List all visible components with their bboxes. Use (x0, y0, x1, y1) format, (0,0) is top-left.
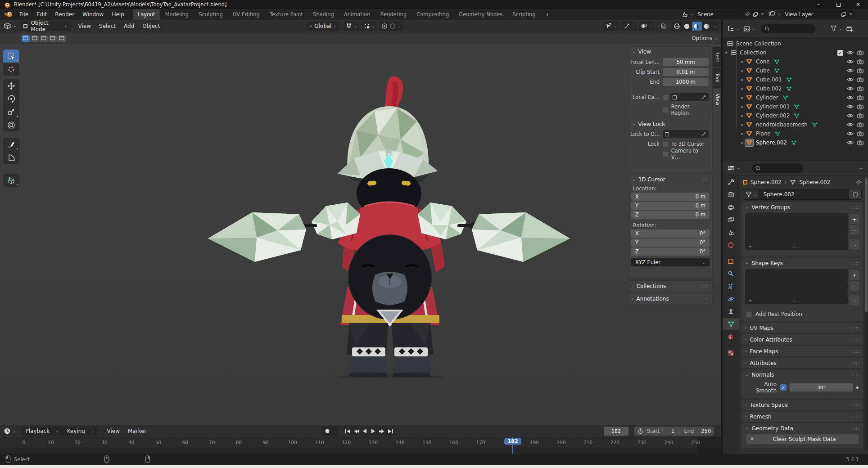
tab-texture[interactable] (723, 346, 739, 359)
normals-header[interactable]: ⌄ Normals:::: (741, 369, 863, 380)
outliner-object-row[interactable]: ▸ nendroidbasemesh (723, 120, 868, 129)
auto-smooth-checkbox[interactable]: ✓ (780, 384, 787, 391)
tab-modifiers[interactable] (723, 267, 739, 280)
keying-menu[interactable]: Keying (63, 428, 89, 434)
jump-to-start-button[interactable] (344, 427, 352, 435)
chevron-down-icon[interactable]: ⌄ (752, 27, 756, 31)
pin-icon[interactable] (745, 12, 750, 17)
disable-render-camera-icon[interactable] (857, 113, 863, 118)
hide-eye-icon[interactable] (847, 77, 854, 82)
workspace-tab[interactable]: Sculpting (194, 9, 228, 20)
start-value[interactable]: 1 (671, 428, 674, 434)
hide-eye-icon[interactable] (847, 86, 854, 91)
drag-dots-icon[interactable]: :::: (852, 326, 859, 330)
outliner-object-row[interactable]: ▸ Sphere.002 (723, 138, 868, 147)
viewport-menu-item[interactable]: Add (120, 23, 138, 29)
scene-selector[interactable]: Scene ✕ (696, 10, 767, 18)
outliner-object-row[interactable]: ▸ Cylinder.001 (723, 102, 868, 111)
collections-panel[interactable]: ›Collections:::: (628, 281, 712, 292)
expand-arrow-icon[interactable]: ▸ (740, 113, 745, 118)
remove-vertex-group-button[interactable]: − (850, 225, 859, 235)
disable-render-camera-icon[interactable] (857, 104, 863, 109)
add-shape-key-button[interactable]: + (850, 270, 859, 280)
tab-particles[interactable] (723, 280, 739, 292)
outliner-object-row[interactable]: ▸ Cube.001 (723, 75, 868, 84)
new-scene-icon[interactable] (753, 12, 758, 17)
annotations-panel[interactable]: ›Annotations:::: (628, 293, 712, 304)
current-frame-badge[interactable]: 182 (505, 438, 521, 445)
clip-start-field[interactable]: 0.01 m (663, 68, 709, 76)
snap-dropdown-chevron[interactable]: ⌄ (354, 24, 357, 28)
scale-tool[interactable] (3, 105, 19, 118)
new-collection-icon[interactable] (846, 25, 853, 32)
tab-material[interactable] (723, 330, 739, 343)
workspace-tab[interactable]: Compositing (411, 9, 454, 20)
tab-world[interactable] (723, 238, 739, 251)
blender-logo-icon[interactable] (4, 11, 14, 18)
tab-view-layer[interactable] (723, 213, 739, 226)
shading-dropdown-chevron[interactable]: ⌄ (714, 24, 717, 28)
timeline-ruler[interactable]: 0102030405060708090100110120130140150160… (0, 437, 721, 448)
expand-arrow-icon[interactable]: ▸ (740, 86, 745, 91)
proportional-edit-icon[interactable] (381, 23, 388, 29)
workspace-tab[interactable]: + (540, 9, 555, 20)
viewport-menu-item[interactable]: Select (95, 23, 120, 29)
properties-editor-type-icon[interactable] (727, 165, 735, 171)
expand-arrow-icon[interactable]: ▸ (740, 95, 745, 100)
sidebar-tab-tool[interactable]: Tool (713, 68, 721, 87)
pin-icon[interactable] (856, 180, 862, 185)
rendered-shading-button[interactable] (702, 22, 712, 31)
camera-to-view-checkbox[interactable] (663, 151, 669, 157)
next-keyframe-button[interactable] (378, 427, 386, 435)
hide-eye-icon[interactable] (847, 140, 854, 145)
drag-dots-icon[interactable]: :::: (852, 373, 859, 377)
hide-eye-icon[interactable] (847, 131, 854, 136)
maximize-button[interactable] (828, 0, 848, 9)
orientation-dropdown[interactable]: Global ⌄ (307, 21, 340, 31)
drag-dots-icon[interactable]: :::: (852, 349, 859, 354)
data-name-input[interactable]: Sphere.002 (760, 189, 849, 200)
workspace-tab[interactable]: Geometry Nodes (454, 9, 507, 20)
scrollbar-track[interactable] (865, 177, 868, 452)
magnet-icon[interactable] (346, 23, 352, 29)
cursor-rotation-field[interactable]: Z0° (631, 248, 710, 256)
drag-dots-icon[interactable]: :::: (852, 261, 859, 266)
close-button[interactable]: ✕ (848, 0, 868, 9)
expand-arrow-icon[interactable]: ▸ (740, 59, 745, 64)
color-attributes-panel[interactable]: ›Color Attributes:::: (741, 334, 863, 345)
rotate-tool[interactable] (3, 92, 19, 105)
outliner-object-row[interactable]: ▸ Cylinder.002 (723, 111, 868, 120)
disable-render-camera-icon[interactable] (857, 50, 863, 55)
workspace-tab[interactable]: Scripting (507, 9, 540, 20)
minimize-button[interactable]: – (809, 0, 828, 9)
gizmos-chevron[interactable]: ⌄ (632, 24, 635, 28)
select-mode-invert[interactable] (49, 35, 57, 42)
select-mode-intersect[interactable] (58, 35, 66, 42)
viewport-3d[interactable]: ⌄ View:::: Focal Len… 50 mm Clip Start 0… (0, 44, 721, 425)
select-mode-extend[interactable] (31, 35, 39, 42)
timeline-view-menu[interactable]: View (103, 428, 124, 434)
overlays-icon[interactable] (641, 23, 647, 29)
auto-keying-record-button[interactable] (323, 427, 331, 435)
keying-set-chevron[interactable]: ⌄ (333, 429, 337, 433)
expand-arrow-icon[interactable]: ▾ (723, 50, 729, 55)
drag-dots-icon[interactable]: :::: (852, 403, 859, 407)
cursor-location-field[interactable]: Y0 m (631, 202, 710, 210)
drag-dots-icon[interactable]: :::: (852, 338, 859, 342)
tab-constraints[interactable] (723, 305, 739, 318)
breadcrumb-object[interactable]: Sphere.002 (750, 179, 782, 185)
menu-item[interactable]: Render (51, 11, 78, 18)
clear-sculpt-mask-button[interactable]: ✕ Clear Sculpt Mask Data (746, 434, 859, 444)
view-panel-header[interactable]: ⌄ View:::: (628, 47, 712, 57)
disable-render-camera-icon[interactable] (857, 122, 863, 127)
workspace-tab[interactable]: Layout (133, 9, 160, 20)
chevron-down-icon[interactable]: ⌄ (13, 24, 17, 28)
view-layer-icon[interactable] (768, 11, 776, 18)
snap-increment-icon[interactable] (364, 23, 370, 29)
cursor-location-field[interactable]: X0 m (631, 193, 710, 201)
unlink-scene-icon[interactable]: ✕ (760, 12, 764, 17)
vertex-groups-header[interactable]: ⌄ Vertex Groups:::: (741, 202, 863, 212)
end-value[interactable]: 250 (701, 428, 711, 434)
view-lock-header[interactable]: ⌄ View Lock (628, 119, 712, 129)
focal-length-field[interactable]: 50 mm (663, 58, 709, 66)
